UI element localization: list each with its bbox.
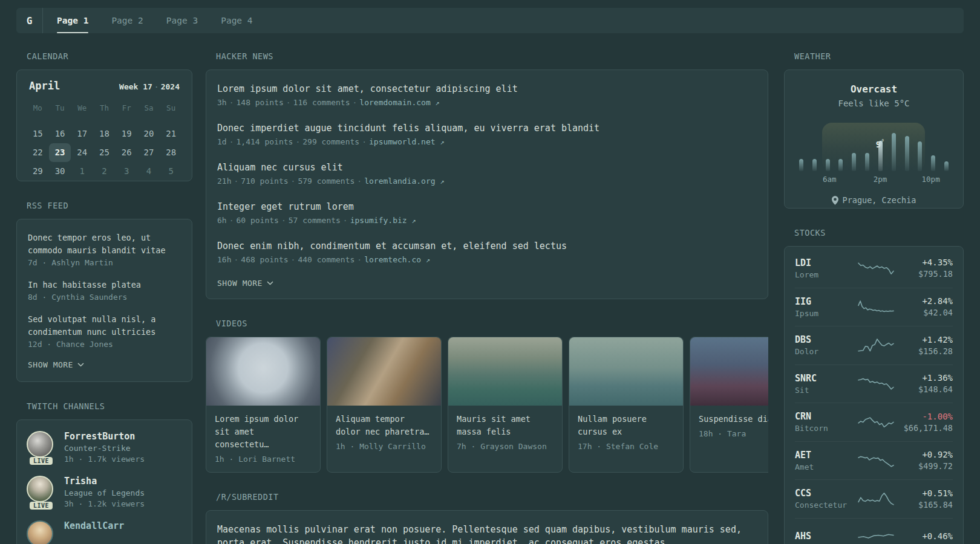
calendar-year: 2024 <box>161 82 180 91</box>
video-meta: 7h · Grayson Dawson <box>457 442 554 451</box>
video-thumbnail[interactable] <box>690 337 768 406</box>
stock-row[interactable]: CCS Consectetur +0.51% $165.84 <box>795 479 953 518</box>
stock-price: $165.84 <box>895 500 953 510</box>
calendar-weekday-label: Sa <box>138 100 160 116</box>
weather-widget: Overcast Feels like 5°C 9° 6am2pm10pm Pr… <box>784 70 964 209</box>
hackernews-item-title[interactable]: Maecenas mollis pulvinar erat non posuer… <box>217 523 757 544</box>
calendar-day-grid: 1516171819202122232425262728293012345 <box>27 125 182 181</box>
stock-values: -1.00% $66,171.48 <box>895 412 953 433</box>
stock-row[interactable]: DBS Dolor +1.42% $156.28 <box>795 326 953 364</box>
hackernews-item-title[interactable]: Integer eget rutrum lorem <box>217 200 757 213</box>
twitch-channel-row[interactable]: LIVE ForrestBurton Counter-Strike 1h · 1… <box>27 431 182 464</box>
page-tab[interactable]: Page 4 <box>209 8 264 33</box>
twitch-avatar-wrap: LIVE <box>27 476 56 508</box>
separator-dot: · <box>231 176 241 186</box>
meta-time: 16h <box>217 255 231 264</box>
weather-bar <box>852 153 856 171</box>
stock-values: +1.42% $156.28 <box>895 335 953 356</box>
video-thumbnail[interactable] <box>569 337 683 406</box>
stock-row[interactable]: AHS +0.46% <box>795 518 953 544</box>
hackernews-item-title[interactable]: Donec imperdiet augue tincidunt felis al… <box>217 121 757 135</box>
video-title[interactable]: Lorem ipsum dolor sit amet consectetu… <box>215 413 312 451</box>
separator-dot: · <box>227 137 237 146</box>
page-tab[interactable]: Page 2 <box>100 8 154 33</box>
page-tab-label: Page 1 <box>57 16 88 25</box>
video-thumbnail[interactable] <box>327 337 441 406</box>
video-title[interactable]: Mauris sit amet massa felis <box>457 413 554 438</box>
meta-comments: 579 comments <box>298 176 354 186</box>
stock-row[interactable]: SNRC Sit +1.36% $148.64 <box>795 364 953 403</box>
hackernews-show-more-button[interactable]: SHOW MORE <box>217 279 757 288</box>
stock-row[interactable]: IIG Ipsum +2.84% $42.04 <box>795 288 953 326</box>
stock-row[interactable]: CRN Bitcorn -1.00% $66,171.48 <box>795 403 953 441</box>
video-card[interactable]: Lorem ipsum dolor sit amet consectetu… 1… <box>206 337 321 473</box>
stock-change: +0.46% <box>895 531 953 541</box>
rss-item-title[interactable]: Sed volutpat nulla nisl, a condimentum n… <box>28 313 181 338</box>
stock-id: CCS Consectetur <box>795 488 857 510</box>
stock-id: CRN Bitcorn <box>795 411 857 433</box>
video-thumbnail[interactable] <box>448 337 562 406</box>
calendar-day-cell: 16 <box>49 125 71 143</box>
twitch-channel-info: ForrestBurton Counter-Strike 1h · 1.7k v… <box>64 431 145 464</box>
video-card[interactable]: Aliquam tempor dolor nec pharetra… 1h · … <box>327 337 442 473</box>
meta-domain-link[interactable]: ipsumify.biz <box>350 216 407 225</box>
video-title[interactable]: Suspendisse diam <box>699 413 768 426</box>
video-carousel: Lorem ipsum dolor sit amet consectetu… 1… <box>206 337 768 473</box>
calendar-day-cell: 20 <box>138 125 160 143</box>
meta-domain-link[interactable]: loremlandia.org <box>364 176 435 186</box>
rss-item-title[interactable]: Donec tempor eros leo, ut commodo mauris… <box>28 232 181 257</box>
twitch-channel-name[interactable]: KendallCarr <box>64 520 124 531</box>
rss-show-more-button[interactable]: SHOW MORE <box>28 360 181 369</box>
stock-row[interactable]: LDI Lorem +4.35% $795.18 <box>795 249 953 288</box>
stock-symbol: IIG <box>795 296 857 307</box>
stock-symbol: LDI <box>795 257 857 268</box>
meta-domain-link[interactable]: loremtech.co <box>364 255 421 264</box>
rss-item: Donec tempor eros leo, ut commodo mauris… <box>28 232 181 267</box>
twitch-channel-row[interactable]: KendallCarr <box>27 520 182 544</box>
calendar-day-cell: 27 <box>138 143 160 162</box>
hackernews-item-meta: 16h·468 points·440 comments·loremtech.co… <box>217 255 757 264</box>
app-logo[interactable]: G <box>16 8 43 33</box>
weather-bar <box>905 136 909 171</box>
video-title[interactable]: Nullam posuere cursus ex <box>578 413 675 438</box>
separator-dot: · <box>227 216 237 225</box>
page-tab-label: Page 4 <box>221 16 252 25</box>
video-card[interactable]: Suspendisse diam 18h · Tara <box>690 337 768 473</box>
page-tab[interactable]: Page 1 <box>45 8 100 33</box>
stock-change: +4.35% <box>895 257 953 267</box>
weather-location[interactable]: Prague, Czechia <box>798 195 950 205</box>
stock-price: $499.72 <box>895 461 953 471</box>
separator-dot: · <box>289 255 298 264</box>
meta-domain-link[interactable]: loremdomain.com <box>359 98 430 107</box>
calendar-weekday-label: We <box>71 100 93 116</box>
weather-bar-chart <box>798 131 950 171</box>
rss-widget: Donec tempor eros leo, ut commodo mauris… <box>16 219 192 382</box>
hackernews-item-title[interactable]: Aliquam nec cursus elit <box>217 161 757 174</box>
rss-item-title[interactable]: In hac habitasse platea <box>28 279 181 291</box>
hackernews-item-title[interactable]: Lorem ipsum dolor sit amet, consectetur … <box>217 82 757 96</box>
rss-item: Sed volutpat nulla nisl, a condimentum n… <box>28 313 181 349</box>
rss-section-title: RSS FEED <box>27 201 182 210</box>
meta-time: 3h <box>217 98 227 107</box>
video-card-body: Aliquam tempor dolor nec pharetra… 1h · … <box>327 406 441 459</box>
subreddit-post-list: Maecenas mollis pulvinar erat non posuer… <box>217 523 757 544</box>
twitch-channel-name[interactable]: ForrestBurton <box>64 431 145 442</box>
twitch-section: TWITCH CHANNELS LIVE ForrestBurton Count… <box>16 401 192 544</box>
page-tab-label: Page 2 <box>111 16 143 25</box>
stock-name: Lorem <box>795 270 857 279</box>
twitch-channel-meta: 3h · 1.2k viewers <box>64 499 145 508</box>
live-badge: LIVE <box>30 457 53 465</box>
meta-domain-link[interactable]: ipsumworld.net <box>369 137 436 146</box>
calendar-day-cell: 24 <box>71 143 93 162</box>
video-card[interactable]: Mauris sit amet massa felis 7h · Grayson… <box>448 337 563 473</box>
twitch-channel-name[interactable]: Trisha <box>64 476 145 487</box>
video-card[interactable]: Nullam posuere cursus ex 17h · Stefan Co… <box>569 337 684 473</box>
video-thumbnail[interactable] <box>206 337 320 406</box>
video-meta: 18h · Tara <box>699 429 768 438</box>
hackernews-item-title[interactable]: Donec enim nibh, condimentum et accumsan… <box>217 239 757 253</box>
twitch-channel-row[interactable]: LIVE Trisha League of Legends 3h · 1.2k … <box>27 476 182 508</box>
stock-row[interactable]: AET Amet +0.92% $499.72 <box>795 441 953 480</box>
page-tab[interactable]: Page 3 <box>155 8 209 33</box>
video-title[interactable]: Aliquam tempor dolor nec pharetra… <box>336 413 433 438</box>
calendar-day-cell: 4 <box>138 162 160 181</box>
